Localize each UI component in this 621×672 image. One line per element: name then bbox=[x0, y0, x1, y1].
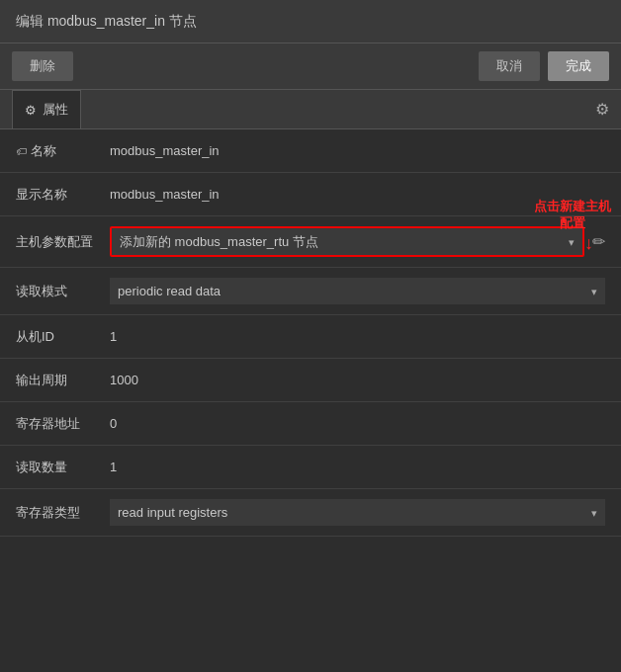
form-row-display-name: 显示名称 bbox=[0, 173, 621, 216]
form-row-output-period: 输出周期 bbox=[0, 359, 621, 402]
input-display-name[interactable] bbox=[110, 187, 605, 202]
form-row-name: 🏷 名称 bbox=[0, 129, 621, 173]
tab-settings-icon[interactable]: ⚙ bbox=[595, 100, 609, 119]
input-slave-id[interactable] bbox=[110, 329, 605, 344]
cancel-button[interactable]: 取消 bbox=[479, 51, 540, 81]
value-slave-id bbox=[110, 329, 605, 344]
form-row-register-type: 寄存器类型 read input registers ▾ bbox=[0, 489, 621, 537]
properties-tab[interactable]: ⚙ 属性 bbox=[12, 90, 81, 128]
tab-bar: ⚙ 属性 ⚙ bbox=[0, 90, 621, 129]
value-output-period bbox=[110, 373, 605, 387]
value-register-addr bbox=[110, 416, 605, 431]
panel-header: 编辑 modbus_master_in 节点 bbox=[0, 0, 621, 43]
form-row-read-mode: 读取模式 periodic read data ▾ bbox=[0, 268, 621, 315]
panel-title: 编辑 modbus_master_in 节点 bbox=[16, 13, 197, 29]
toolbar: 删除 取消 完成 bbox=[0, 43, 621, 90]
read-mode-select[interactable]: periodic read data bbox=[110, 278, 605, 304]
panel: 编辑 modbus_master_in 节点 删除 取消 完成 ⚙ 属性 ⚙ 🏷… bbox=[0, 0, 621, 537]
toolbar-right: 取消 完成 bbox=[479, 51, 609, 81]
value-read-mode: periodic read data ▾ bbox=[110, 278, 605, 304]
host-select-wrapper: 添加新的 modbus_master_rtu 节点 ▾ bbox=[110, 226, 584, 257]
form-row-read-count: 读取数量 bbox=[0, 446, 621, 489]
edit-icon[interactable]: ✏ bbox=[592, 232, 605, 251]
label-display-name: 显示名称 bbox=[16, 186, 110, 204]
done-button[interactable]: 完成 bbox=[548, 51, 609, 81]
input-read-count[interactable] bbox=[110, 460, 605, 474]
host-dropdown-wrapper: 添加新的 modbus_master_rtu 节点 ▾ ✏ bbox=[110, 226, 605, 257]
input-name[interactable] bbox=[110, 143, 605, 158]
input-register-addr[interactable] bbox=[110, 416, 605, 431]
value-register-type: read input registers ▾ bbox=[110, 499, 605, 526]
read-mode-select-wrapper: periodic read data ▾ bbox=[110, 278, 605, 304]
value-name bbox=[110, 143, 605, 158]
form-row-slave-id: 从机ID bbox=[0, 315, 621, 359]
delete-button[interactable]: 删除 bbox=[12, 51, 73, 81]
label-host-config: 主机参数配置 bbox=[16, 233, 110, 251]
input-output-period[interactable] bbox=[110, 373, 605, 387]
form-row-register-addr: 寄存器地址 bbox=[0, 402, 621, 446]
register-type-select-wrapper: read input registers ▾ bbox=[110, 499, 605, 526]
host-config-select[interactable]: 添加新的 modbus_master_rtu 节点 bbox=[112, 228, 582, 255]
register-type-select[interactable]: read input registers bbox=[110, 499, 605, 526]
value-read-count bbox=[110, 460, 605, 474]
form-row-host-config: 点击新建主机配置 ↓ 主机参数配置 添加新的 modbus_master_rtu… bbox=[0, 216, 621, 268]
form-body: 🏷 名称 显示名称 点击新建主机配置 ↓ 主机参数配置 bbox=[0, 129, 621, 537]
label-register-type: 寄存器类型 bbox=[16, 504, 110, 522]
tag-icon: 🏷 bbox=[16, 145, 27, 157]
tab-gear-icon: ⚙ bbox=[25, 103, 37, 118]
value-display-name bbox=[110, 187, 605, 202]
label-name: 🏷 名称 bbox=[16, 142, 110, 160]
label-read-count: 读取数量 bbox=[16, 459, 110, 476]
label-read-mode: 读取模式 bbox=[16, 283, 110, 300]
label-slave-id: 从机ID bbox=[16, 328, 110, 346]
label-output-period: 输出周期 bbox=[16, 372, 110, 389]
label-register-addr: 寄存器地址 bbox=[16, 415, 110, 433]
tab-label: 属性 bbox=[43, 101, 68, 119]
